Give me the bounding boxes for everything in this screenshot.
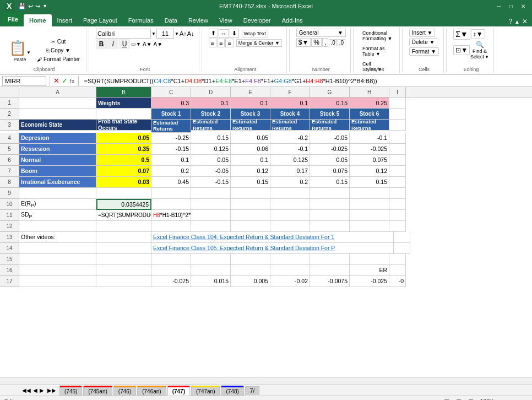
insert-function-icon[interactable]: fx xyxy=(70,78,75,84)
italic-button[interactable]: I xyxy=(107,39,118,49)
cell-h17[interactable]: -0.025 xyxy=(350,276,389,287)
cell-c7[interactable]: 0.2 xyxy=(151,166,191,177)
cell-c17[interactable]: -0.075 xyxy=(151,276,191,287)
cell-f1[interactable]: 0.1 xyxy=(270,98,310,109)
cell-a3[interactable]: Economic State xyxy=(19,120,96,131)
cell-a14[interactable] xyxy=(19,243,96,254)
sheet-tab-nav-left[interactable]: ◀◀ xyxy=(22,387,31,393)
col-header-h[interactable]: H xyxy=(350,87,389,97)
increase-decimal-icon[interactable]: .0 xyxy=(329,39,336,46)
cell-d6[interactable]: 0.05 xyxy=(191,155,231,166)
col-header-e[interactable]: E xyxy=(231,87,270,97)
cell-i5[interactable] xyxy=(389,144,406,155)
tab-view[interactable]: View xyxy=(214,14,238,26)
cell-c8[interactable]: 0.45 xyxy=(151,177,191,188)
cell-c3[interactable]: Estimated Returns xyxy=(151,120,191,133)
cell-a7[interactable]: Boom xyxy=(19,166,96,177)
sheet-tab-745[interactable]: (745) xyxy=(59,386,82,396)
sheet-tab-747an[interactable]: (747an) xyxy=(191,386,220,396)
cell-e12[interactable] xyxy=(231,221,270,232)
sheet-tab-746[interactable]: (746) xyxy=(113,386,136,396)
cell-e9[interactable] xyxy=(231,188,270,199)
cell-e11[interactable] xyxy=(231,210,270,221)
cell-g7[interactable]: 0.075 xyxy=(310,166,350,177)
cell-e16[interactable] xyxy=(231,265,270,276)
cell-e17[interactable]: 0.005 xyxy=(231,276,270,287)
font-size-dropdown-icon[interactable]: ▼ xyxy=(175,31,179,36)
cell-a1[interactable] xyxy=(19,98,96,109)
cell-a9[interactable] xyxy=(19,188,96,199)
quick-save-icon[interactable]: 💾 xyxy=(18,3,26,10)
comma-icon[interactable]: , xyxy=(322,38,328,47)
cell-c11[interactable]: H8*H1-B10)^2*B4:B8)) xyxy=(151,210,191,221)
align-right-icon[interactable]: ≡ xyxy=(225,39,233,47)
cell-b4[interactable]: 0.05 xyxy=(96,133,151,144)
cell-b9[interactable] xyxy=(96,188,151,199)
align-left-icon[interactable]: ≡ xyxy=(209,39,216,47)
cell-g16[interactable] xyxy=(310,265,350,276)
cell-d12[interactable] xyxy=(191,221,231,232)
normal-view-icon[interactable]: ⊞ xyxy=(444,398,449,401)
cell-g4[interactable]: -0.05 xyxy=(310,133,350,144)
cell-a13[interactable]: Other videos: xyxy=(19,232,96,243)
cell-b7[interactable]: 0.07 xyxy=(96,166,151,177)
col-header-f[interactable]: F xyxy=(270,87,310,97)
sheet-tab-nav-next[interactable]: ▶ xyxy=(40,387,44,393)
col-header-g[interactable]: G xyxy=(310,87,350,97)
merge-center-btn[interactable]: Merge & Center ▼ xyxy=(236,39,282,47)
cell-h3[interactable]: Estimated Returns xyxy=(350,120,389,131)
close-icon[interactable]: ✕ xyxy=(519,2,528,10)
cell-d11[interactable] xyxy=(191,210,231,221)
tab-home[interactable]: Home xyxy=(24,14,52,26)
copy-button[interactable]: ⎘ Copy ▼ xyxy=(35,46,82,55)
cell-f12[interactable] xyxy=(270,221,310,232)
cell-h9[interactable] xyxy=(350,188,389,199)
cell-f16[interactable] xyxy=(270,265,310,276)
cell-c15[interactable] xyxy=(151,254,191,265)
page-break-icon[interactable]: ⊞ xyxy=(468,398,474,401)
cell-d4[interactable]: 0.15 xyxy=(191,133,231,144)
col-header-c[interactable]: C xyxy=(151,87,191,97)
sheet-tab-nav-prev[interactable]: ◀ xyxy=(33,387,37,393)
cell-i16[interactable] xyxy=(389,265,406,276)
cell-g9[interactable] xyxy=(310,188,350,199)
cell-i1[interactable] xyxy=(389,98,406,109)
paste-button[interactable]: 📋 ▼ xyxy=(7,39,33,57)
cell-a6[interactable]: Normal xyxy=(19,155,96,166)
cell-i12[interactable] xyxy=(389,221,406,232)
font-size-input[interactable] xyxy=(156,29,174,39)
decrease-font-icon[interactable]: A↓ xyxy=(187,30,194,37)
cell-d16[interactable] xyxy=(191,265,231,276)
cell-f2[interactable]: Stock 4 xyxy=(270,109,310,120)
cell-h8[interactable]: 0.15 xyxy=(350,177,389,188)
sheet-tab-nav-last[interactable]: ▶▶ xyxy=(47,387,56,393)
cancel-formula-icon[interactable]: ✕ xyxy=(53,77,59,85)
cell-d5[interactable]: 0.125 xyxy=(191,144,231,155)
underline-button[interactable]: U xyxy=(119,39,130,49)
close-excel-icon[interactable]: ✕ xyxy=(522,18,528,25)
col-header-d[interactable]: D xyxy=(191,87,231,97)
cell-b14[interactable] xyxy=(96,243,151,254)
cell-e10[interactable] xyxy=(231,199,270,210)
delete-btn[interactable]: Delete ▼ xyxy=(409,38,438,46)
align-center-icon[interactable]: ≡ xyxy=(217,39,225,47)
sheet-tab-745an[interactable]: (745an) xyxy=(83,386,112,396)
align-bottom-icon[interactable]: ⬇ xyxy=(230,29,239,38)
cell-d2[interactable]: Stock 2 xyxy=(191,109,231,120)
cell-i11[interactable] xyxy=(389,210,406,221)
tab-file[interactable]: File xyxy=(2,12,24,26)
col-header-b[interactable]: B xyxy=(96,87,151,97)
cell-d10[interactable] xyxy=(191,199,231,210)
cell-h4[interactable]: -0.1 xyxy=(350,133,389,144)
cell-i8[interactable] xyxy=(389,177,406,188)
horizontal-scrollbar[interactable] xyxy=(0,377,532,385)
cell-b6[interactable]: 0.5 xyxy=(96,155,151,166)
tab-formulas[interactable]: Formulas xyxy=(123,14,159,26)
cell-e1[interactable]: 0.1 xyxy=(231,98,270,109)
cell-d17[interactable]: 0.015 xyxy=(191,276,231,287)
cell-h16[interactable]: ER xyxy=(350,265,389,276)
cell-h2[interactable]: Stock 6 xyxy=(350,109,389,120)
font-name-dropdown-icon[interactable]: ▼ xyxy=(151,31,156,36)
cell-i6[interactable] xyxy=(389,155,406,166)
cell-g17[interactable]: -0.0075 xyxy=(310,276,350,287)
